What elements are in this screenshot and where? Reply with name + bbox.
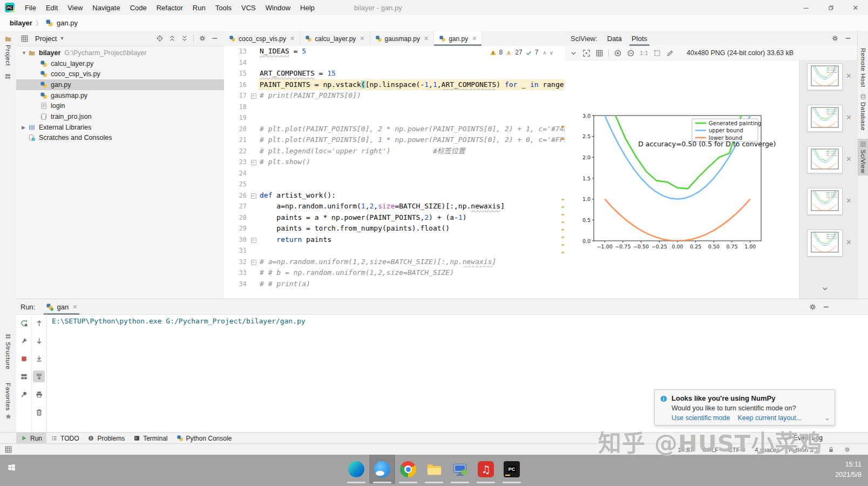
- settings-gear-icon[interactable]: [831, 35, 839, 42]
- code-line-23[interactable]: 23# plt.show(): [224, 157, 565, 168]
- close-icon[interactable]: ✕: [360, 35, 364, 42]
- plot-thumbnail[interactable]: [807, 63, 843, 90]
- zoom-in-button[interactable]: [614, 49, 622, 57]
- plot-thumbnail[interactable]: [807, 188, 843, 215]
- taskbar-clock[interactable]: 15:11 2021/5/8: [835, 460, 862, 480]
- tool-window-button-problems[interactable]: Problems: [83, 433, 129, 444]
- plot-canvas[interactable]: −1.00−0.75−0.50−0.250.000.250.500.751.00…: [565, 60, 799, 299]
- scroll-to-end-button[interactable]: [33, 370, 45, 382]
- grid-toggle-button[interactable]: [595, 49, 603, 57]
- code-line-24[interactable]: 24: [224, 168, 565, 179]
- close-icon[interactable]: ✕: [846, 72, 852, 80]
- clear-console-button[interactable]: [33, 406, 45, 418]
- taskbar-app-pc-manager[interactable]: [447, 455, 473, 484]
- stripe-mark[interactable]: [561, 237, 564, 238]
- code-line-25[interactable]: 25: [224, 179, 565, 190]
- hide-panel-icon[interactable]: [822, 303, 830, 311]
- jump-to-end-button[interactable]: [33, 353, 45, 364]
- tree-item-train_pro.json[interactable]: { }train_pro.json: [16, 111, 224, 122]
- code-line-14[interactable]: 14: [224, 57, 565, 69]
- chevron-right-icon[interactable]: ▶: [22, 125, 28, 130]
- stripe-mark[interactable]: [561, 252, 564, 253]
- expand-all-button[interactable]: [168, 35, 176, 42]
- stripe-mark[interactable]: [561, 199, 564, 200]
- sciview-tab-data[interactable]: Data: [607, 31, 622, 46]
- close-icon[interactable]: ✕: [424, 35, 429, 42]
- menu-navigate[interactable]: Navigate: [87, 0, 125, 15]
- console-output[interactable]: E:\SETUP\Python\python.exe G:/Pycharm_Pr…: [52, 317, 306, 325]
- tree-item-gan.py[interactable]: gan.py: [16, 79, 224, 90]
- taskbar-app-netease-music[interactable]: ♫: [473, 455, 499, 484]
- code-line-31[interactable]: 31: [224, 245, 565, 256]
- breadcrumb-file[interactable]: gan.py: [57, 19, 78, 27]
- plot-thumbnail[interactable]: [807, 146, 843, 173]
- close-icon[interactable]: ✕: [846, 238, 852, 246]
- stripe-mark[interactable]: [561, 229, 564, 231]
- code-line-33[interactable]: 33# # b = np.random.uniform(1,2,size=BAT…: [224, 267, 565, 279]
- code-editor[interactable]: 13N_IDEAS = 51415ART_COMPONETS = 1516PAI…: [224, 46, 565, 298]
- tool-window-button-project[interactable]: Project: [0, 33, 16, 68]
- chevron-down-icon[interactable]: ⌄: [824, 414, 830, 422]
- editor-tab-calcu_layer.py[interactable]: calcu_layer.py✕: [300, 31, 370, 46]
- tree-item-gausmap.py[interactable]: gausmap.py: [16, 90, 224, 101]
- next-issue-button[interactable]: ∨: [550, 50, 553, 56]
- tool-window-button-sciview[interactable]: SciView: [858, 139, 868, 176]
- sciview-tab-plots[interactable]: Plots: [632, 31, 647, 46]
- fold-marker[interactable]: [251, 193, 256, 199]
- close-icon[interactable]: ✕: [846, 113, 852, 122]
- project-panel-title[interactable]: Project: [35, 35, 57, 43]
- menu-vcs[interactable]: VCS: [236, 0, 261, 15]
- menu-edit[interactable]: Edit: [41, 0, 63, 15]
- print-console-button[interactable]: [33, 388, 45, 400]
- chevron-down-icon[interactable]: ▼: [59, 36, 64, 41]
- tool-window-button-python-console[interactable]: Python Console: [172, 433, 236, 444]
- plot-thumbnail[interactable]: [807, 230, 843, 256]
- settings-gear-icon[interactable]: [199, 35, 206, 42]
- locate-button[interactable]: [156, 35, 164, 42]
- taskbar-app-pycharm[interactable]: PC: [499, 455, 525, 484]
- editor-tab-gausmap.py[interactable]: gausmap.py✕: [370, 31, 435, 46]
- close-icon[interactable]: ✕: [846, 197, 852, 205]
- editor-tab-gan.py[interactable]: gan.py✕: [434, 31, 482, 46]
- tool-window-button-structure[interactable]: Structure: [0, 331, 16, 372]
- fold-marker[interactable]: [251, 260, 256, 265]
- down-stack-trace-button[interactable]: [33, 335, 45, 347]
- inspection-widget[interactable]: 8277∧∨: [487, 48, 555, 57]
- hide-panel-icon[interactable]: [844, 35, 852, 42]
- hide-panel-icon[interactable]: [211, 35, 219, 42]
- close-icon[interactable]: ✕: [72, 303, 77, 310]
- use-scientific-mode-link[interactable]: Use scientific mode: [672, 414, 730, 422]
- code-line-21[interactable]: 21# plt.plot(PAINT_POINTS[0], 1 * np.pow…: [224, 134, 565, 146]
- code-line-30[interactable]: 30 return paints: [224, 234, 565, 246]
- stripe-mark[interactable]: [561, 126, 564, 127]
- tool-window-button-terminal[interactable]: Terminal: [129, 433, 172, 444]
- chevron-down-icon[interactable]: [821, 285, 829, 293]
- collapse-all-button[interactable]: [181, 35, 188, 42]
- stripe-mark[interactable]: [561, 138, 564, 140]
- zoom-out-button[interactable]: [627, 49, 635, 57]
- code-line-27[interactable]: 27 a=np.random.uniform(1,2,size=BATCH_SI…: [224, 201, 565, 212]
- tree-item-calcu_layer.py[interactable]: calcu_layer.py: [16, 58, 224, 69]
- keep-current-layout-link[interactable]: Keep current layout...: [737, 414, 802, 422]
- stripe-mark[interactable]: [561, 244, 564, 246]
- tree-item-coco_csp_vis.py[interactable]: coco_csp_vis.py: [16, 69, 224, 79]
- editor-tab-coco_csp_vis.py[interactable]: coco_csp_vis.py✕: [224, 31, 300, 46]
- code-line-16[interactable]: 16PAINT_POINTS = np.vstack([np.linspace(…: [224, 79, 565, 91]
- inspection-stripe[interactable]: [561, 46, 565, 298]
- chevron-down-icon[interactable]: ▼: [22, 50, 28, 56]
- maximize-button[interactable]: [818, 0, 843, 15]
- breadcrumb-project[interactable]: bilayer: [10, 19, 32, 27]
- fold-marker[interactable]: [251, 238, 256, 243]
- code-line-26[interactable]: 26def artist_work():: [224, 190, 565, 201]
- fold-marker[interactable]: [251, 160, 256, 165]
- taskbar-app-explorer[interactable]: [421, 455, 447, 484]
- collapse-icon[interactable]: [569, 49, 578, 57]
- menu-run[interactable]: Run: [188, 0, 211, 15]
- code-line-19[interactable]: 19: [224, 112, 565, 124]
- stripe-mark[interactable]: [561, 206, 564, 208]
- tool-window-button-database[interactable]: Database: [858, 91, 868, 133]
- code-line-22[interactable]: 22# plt.legend(loc='upper right') #标签位置: [224, 146, 565, 157]
- selection-tool-button[interactable]: [653, 49, 661, 57]
- pin-tab-button[interactable]: [18, 388, 30, 400]
- tree-item-external-libraries[interactable]: ▶External Libraries: [16, 122, 224, 133]
